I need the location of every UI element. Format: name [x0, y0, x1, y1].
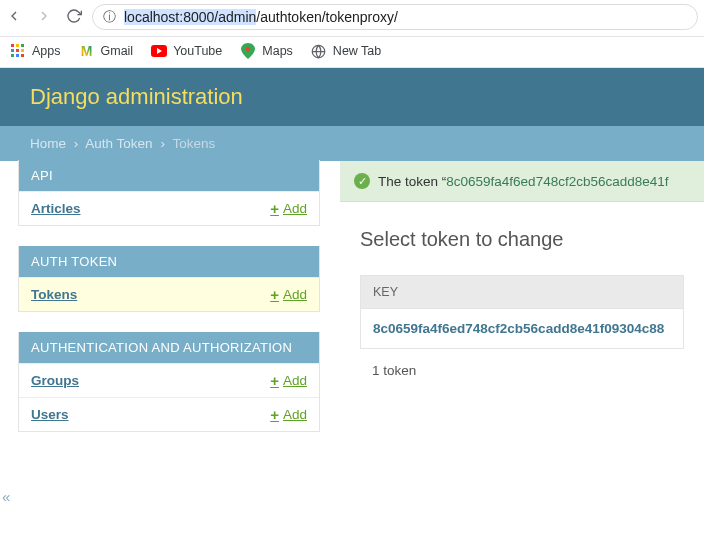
plus-icon: +	[270, 201, 279, 216]
django-admin: Django administration Home › Auth Token …	[0, 68, 704, 452]
breadcrumb: Home › Auth Token › Tokens	[0, 126, 704, 161]
url-selected: localhost:8000/admin	[124, 9, 256, 25]
bookmark-newtab[interactable]: New Tab	[311, 43, 381, 59]
svg-rect-1	[16, 44, 19, 47]
gmail-icon: M	[79, 43, 95, 59]
svg-rect-7	[16, 54, 19, 57]
admin-header: Django administration	[0, 68, 704, 126]
bookmark-label: YouTube	[173, 44, 222, 58]
add-label: Add	[283, 407, 307, 422]
forward-icon[interactable]	[36, 8, 52, 27]
breadcrumb-home[interactable]: Home	[30, 136, 66, 151]
model-link[interactable]: Users	[31, 407, 69, 422]
browser-toolbar: ⓘ localhost:8000/admin/authtoken/tokenpr…	[0, 0, 704, 37]
message-prefix: The token “	[378, 174, 446, 189]
site-title: Django administration	[30, 84, 674, 110]
model-row-articles: Articles +Add	[19, 191, 319, 225]
url-bar[interactable]: ⓘ localhost:8000/admin/authtoken/tokenpr…	[92, 4, 698, 30]
object-count: 1 token	[360, 349, 684, 392]
bookmarks-bar: Apps M Gmail YouTube Maps New Tab	[0, 37, 704, 68]
apps-shortcut[interactable]: Apps	[10, 43, 61, 59]
url-rest: /authtoken/tokenproxy/	[256, 9, 398, 25]
model-row-groups: Groups +Add	[19, 363, 319, 397]
model-link[interactable]: Tokens	[31, 287, 77, 302]
add-link[interactable]: +Add	[270, 407, 307, 422]
add-label: Add	[283, 201, 307, 216]
model-link[interactable]: Groups	[31, 373, 79, 388]
svg-point-11	[246, 47, 250, 51]
svg-rect-4	[16, 49, 19, 52]
add-link[interactable]: +Add	[270, 373, 307, 388]
app-caption[interactable]: AUTH TOKEN	[19, 246, 319, 277]
svg-rect-2	[21, 44, 24, 47]
page-title: Select token to change	[340, 202, 704, 275]
apps-icon	[10, 43, 26, 59]
bookmark-maps[interactable]: Maps	[240, 43, 293, 59]
app-panel-authtoken: AUTH TOKEN Tokens +Add	[18, 246, 320, 312]
bookmark-label: Gmail	[101, 44, 134, 58]
success-message: ✓ The token “8c0659fa4f6ed748cf2cb56cadd…	[340, 161, 704, 202]
bookmark-gmail[interactable]: M Gmail	[79, 43, 134, 59]
plus-icon: +	[270, 373, 279, 388]
reload-icon[interactable]	[66, 8, 82, 27]
svg-rect-6	[11, 54, 14, 57]
url-text: localhost:8000/admin/authtoken/tokenprox…	[124, 9, 398, 25]
globe-icon	[311, 43, 327, 59]
plus-icon: +	[270, 407, 279, 422]
model-link[interactable]: Articles	[31, 201, 81, 216]
add-link[interactable]: +Add	[270, 287, 307, 302]
model-row-users: Users +Add	[19, 397, 319, 431]
token-link[interactable]: 8c0659fa4f6ed748cf2cb56cadd8e41f09304c88	[373, 321, 664, 336]
back-icon[interactable]	[6, 8, 22, 27]
bookmark-label: New Tab	[333, 44, 381, 58]
add-link[interactable]: +Add	[270, 201, 307, 216]
apps-label: Apps	[32, 44, 61, 58]
app-caption[interactable]: API	[19, 160, 319, 191]
breadcrumb-sep: ›	[156, 136, 169, 151]
breadcrumb-current: Tokens	[172, 136, 215, 151]
sidebar-toggle[interactable]: «	[0, 488, 10, 505]
site-info-icon[interactable]: ⓘ	[103, 8, 116, 26]
youtube-icon	[151, 43, 167, 59]
main-content: ✓ The token “8c0659fa4f6ed748cf2cb56cadd…	[320, 161, 704, 452]
breadcrumb-sep: ›	[70, 136, 83, 151]
svg-rect-0	[11, 44, 14, 47]
breadcrumb-section[interactable]: Auth Token	[85, 136, 152, 151]
model-row-tokens: Tokens +Add	[19, 277, 319, 311]
bookmark-youtube[interactable]: YouTube	[151, 43, 222, 59]
table-row: 8c0659fa4f6ed748cf2cb56cadd8e41f09304c88	[360, 308, 684, 349]
add-label: Add	[283, 373, 307, 388]
svg-rect-8	[21, 54, 24, 57]
column-header-key[interactable]: KEY	[360, 275, 684, 308]
sidebar: API Articles +Add AUTH TOKEN Tokens +Add…	[0, 160, 320, 452]
nav-buttons	[6, 8, 82, 27]
svg-rect-3	[11, 49, 14, 52]
message-token[interactable]: 8c0659fa4f6ed748cf2cb56cadd8e41f	[446, 174, 668, 189]
plus-icon: +	[270, 287, 279, 302]
message-text: The token “8c0659fa4f6ed748cf2cb56cadd8e…	[378, 174, 669, 189]
success-icon: ✓	[354, 173, 370, 189]
svg-rect-5	[21, 49, 24, 52]
app-caption[interactable]: AUTHENTICATION AND AUTHORIZATION	[19, 332, 319, 363]
changelist-table: KEY 8c0659fa4f6ed748cf2cb56cadd8e41f0930…	[340, 275, 704, 392]
maps-icon	[240, 43, 256, 59]
bookmark-label: Maps	[262, 44, 293, 58]
app-panel-api: API Articles +Add	[18, 160, 320, 226]
add-label: Add	[283, 287, 307, 302]
app-panel-auth: AUTHENTICATION AND AUTHORIZATION Groups …	[18, 332, 320, 432]
